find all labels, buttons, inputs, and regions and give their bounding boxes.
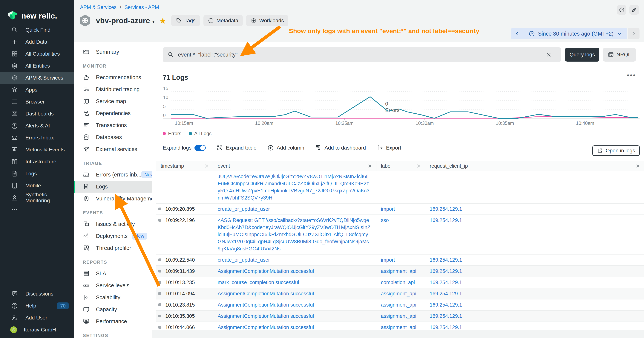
column-header-request_client_ip[interactable]: request_client_ip bbox=[425, 161, 644, 171]
sidebar-item-mobile[interactable]: Mobile bbox=[0, 180, 74, 192]
sidebar-item-errors-inbox[interactable]: Errors Inbox bbox=[0, 132, 74, 144]
sidebar-footer-help[interactable]: Help70 bbox=[0, 300, 74, 312]
subnav-item-recommendations[interactable]: Recommendations bbox=[74, 71, 152, 83]
time-picker[interactable]: Since 30 minutes ago (GMT+2) bbox=[511, 28, 640, 39]
logs-chart[interactable]: 151050 10:15am10:20am10:25am10:30am10:35… bbox=[163, 86, 640, 131]
subnav-item-summary[interactable]: Summary bbox=[74, 46, 152, 58]
sidebar-item-metrics-events[interactable]: Metrics & Events bbox=[0, 144, 74, 156]
log-event-link[interactable]: <ASGIRequest: GET '/sso/callback/?state=… bbox=[218, 217, 370, 251]
add-to-dashboard-button[interactable]: Add to dashboard bbox=[315, 145, 366, 151]
log-event-link[interactable]: AssignmentCompletionMutation successful bbox=[218, 324, 314, 330]
subnav-item-sla[interactable]: SLA bbox=[74, 267, 152, 279]
sidebar-footer-add-user[interactable]: Add User bbox=[0, 312, 74, 324]
add-column-button[interactable]: Add column bbox=[268, 145, 304, 151]
sidebar-item-add-data[interactable]: Add Data bbox=[0, 36, 74, 48]
log-event-link[interactable]: mark_course_completion successful bbox=[218, 280, 299, 285]
row-checkbox[interactable] bbox=[158, 303, 161, 306]
column-header-label[interactable]: label bbox=[376, 161, 425, 171]
log-label-link[interactable]: assignment_api bbox=[381, 324, 416, 330]
legend-item-all-logs[interactable]: All Logs bbox=[189, 131, 212, 136]
log-row[interactable]: JUQVU&code=eyJraWQiOiJjcGltY29yZV8wOTI1M… bbox=[156, 171, 644, 204]
expand-table-button[interactable]: Expand table bbox=[216, 145, 256, 151]
remove-column-icon[interactable] bbox=[204, 164, 209, 168]
subnav-item-service-levels[interactable]: Service levels bbox=[74, 279, 152, 291]
log-event-link[interactable]: AssignmentCompletionMutation successful bbox=[218, 268, 314, 274]
subnav-item-vulnerability-management[interactable]: Vulnerability Management bbox=[74, 193, 152, 205]
log-client-ip-link[interactable]: 169.254.129.1 bbox=[430, 324, 462, 330]
subnav-item-thread-profiler[interactable]: Thread profiler bbox=[74, 242, 152, 254]
permalink-icon[interactable] bbox=[630, 5, 639, 15]
expand-logs-toggle[interactable]: Expand logs bbox=[163, 145, 206, 151]
subnav-item-issues-activity[interactable]: Issues & activity bbox=[74, 218, 152, 230]
sidebar-item-apm-services[interactable]: APM & Services bbox=[0, 72, 74, 84]
subnav-item-performance[interactable]: Performance bbox=[74, 315, 152, 327]
sidebar-item-dashboards[interactable]: Dashboards bbox=[0, 108, 74, 120]
time-picker-main[interactable]: Since 30 minutes ago (GMT+2) bbox=[524, 28, 627, 39]
row-checkbox[interactable] bbox=[158, 281, 161, 284]
sidebar-item-alerts-ai[interactable]: Alerts & AI bbox=[0, 120, 74, 132]
sidebar-item-logs[interactable]: Logs bbox=[0, 168, 74, 180]
clear-search-icon[interactable] bbox=[546, 52, 552, 58]
log-label-link[interactable]: import bbox=[381, 206, 395, 212]
log-event-link[interactable]: AssignmentCompletionMutation successful bbox=[218, 302, 314, 308]
column-header-timestamp[interactable]: timestamp bbox=[156, 161, 213, 171]
subnav-item-errors-errors-inb-[interactable]: Errors (errors inb...New bbox=[74, 169, 152, 181]
row-checkbox[interactable] bbox=[158, 219, 161, 222]
time-picker-forward-icon[interactable] bbox=[628, 28, 640, 39]
remove-column-icon[interactable] bbox=[368, 164, 372, 168]
sidebar-item-synthetic-monitoring[interactable]: Synthetic Monitoring bbox=[0, 192, 74, 204]
log-row[interactable]: 10:10:23.815AssignmentCompletionMutation… bbox=[156, 299, 644, 311]
log-client-ip-link[interactable]: 169.254.129.1 bbox=[430, 302, 462, 308]
remove-column-icon[interactable] bbox=[416, 164, 421, 168]
subnav-item-service-map[interactable]: Service map bbox=[74, 95, 152, 107]
favorite-star-icon[interactable]: ★ bbox=[159, 16, 166, 26]
log-client-ip-link[interactable]: 169.254.129.1 bbox=[430, 280, 462, 285]
log-client-ip-link[interactable]: 169.254.129.1 bbox=[430, 217, 462, 223]
sidebar-item-apps[interactable]: Apps bbox=[0, 84, 74, 96]
log-label-link[interactable]: assignment_api bbox=[381, 268, 416, 274]
sidebar-item-all-capabilities[interactable]: All Capabilities bbox=[0, 48, 74, 60]
sidebar-footer-iterativ-gmbh[interactable]: Iterativ GmbH bbox=[0, 324, 74, 336]
breadcrumb-link-apm-services[interactable]: APM & Services bbox=[80, 5, 116, 10]
log-label-link[interactable]: completion_api bbox=[381, 280, 415, 285]
subnav-item-external-services[interactable]: External services bbox=[74, 143, 152, 155]
export-button[interactable]: Export bbox=[377, 145, 401, 151]
sidebar-item-infrastructure[interactable]: Infrastructure bbox=[0, 156, 74, 168]
sidebar-footer-discussions[interactable]: Discussions bbox=[0, 288, 74, 300]
log-client-ip-link[interactable]: 169.254.129.1 bbox=[430, 257, 462, 263]
more-options-icon[interactable]: ••• bbox=[627, 72, 636, 79]
subnav-item-databases[interactable]: Databases bbox=[74, 131, 152, 143]
workloads-chip-button[interactable]: Workloads bbox=[246, 15, 288, 26]
row-checkbox[interactable] bbox=[158, 326, 161, 329]
remove-column-icon[interactable] bbox=[636, 164, 640, 168]
row-checkbox[interactable] bbox=[158, 292, 161, 295]
query-logs-button[interactable]: Query logs bbox=[565, 48, 599, 62]
sidebar-item-all-entities[interactable]: All Entities bbox=[0, 60, 74, 72]
nrql-button[interactable]: NRQL bbox=[603, 48, 636, 62]
log-client-ip-link[interactable]: 169.254.129.1 bbox=[430, 291, 462, 296]
subnav-item-deployments[interactable]: DeploymentsNew bbox=[74, 230, 152, 242]
log-client-ip-link[interactable]: 169.254.129.1 bbox=[430, 268, 462, 274]
help-circle-icon[interactable] bbox=[617, 5, 626, 15]
sidebar-item-more[interactable] bbox=[0, 204, 74, 216]
log-label-link[interactable]: assignment_api bbox=[381, 291, 416, 296]
subnav-item-logs[interactable]: Logs bbox=[74, 181, 152, 193]
toggle-on-icon[interactable] bbox=[194, 145, 206, 151]
log-event-link[interactable]: AssignmentCompletionMutation successful bbox=[218, 291, 314, 296]
log-client-ip-link[interactable]: 169.254.129.1 bbox=[430, 206, 462, 212]
log-row[interactable]: 10:09:20.895create_or_update_userimport1… bbox=[156, 204, 644, 215]
entity-switcher-caret-icon[interactable]: ▾ bbox=[152, 19, 155, 25]
subnav-item-dependencies[interactable]: Dependencies bbox=[74, 107, 152, 119]
log-label-link[interactable]: sso bbox=[381, 217, 389, 223]
log-event-link[interactable]: JUQVU&code=eyJraWQiOiJjcGltY29yZV8wOTI1M… bbox=[218, 174, 370, 201]
log-event-link[interactable]: create_or_update_user bbox=[218, 257, 270, 263]
log-label-link[interactable]: assignment_api bbox=[381, 302, 416, 308]
log-row[interactable]: 10:10:14.094AssignmentCompletionMutation… bbox=[156, 288, 644, 299]
column-header-event[interactable]: event bbox=[213, 161, 376, 171]
log-label-link[interactable]: import bbox=[381, 257, 395, 263]
time-picker-back-icon[interactable] bbox=[511, 28, 524, 39]
metadata-chip-button[interactable]: Metadata bbox=[204, 15, 243, 26]
log-event-link[interactable]: create_or_update_user bbox=[218, 206, 270, 212]
logs-search-input[interactable]: event:* -"label":"security" bbox=[163, 47, 561, 62]
breadcrumb-link-services-apm[interactable]: Services - APM bbox=[124, 5, 159, 10]
